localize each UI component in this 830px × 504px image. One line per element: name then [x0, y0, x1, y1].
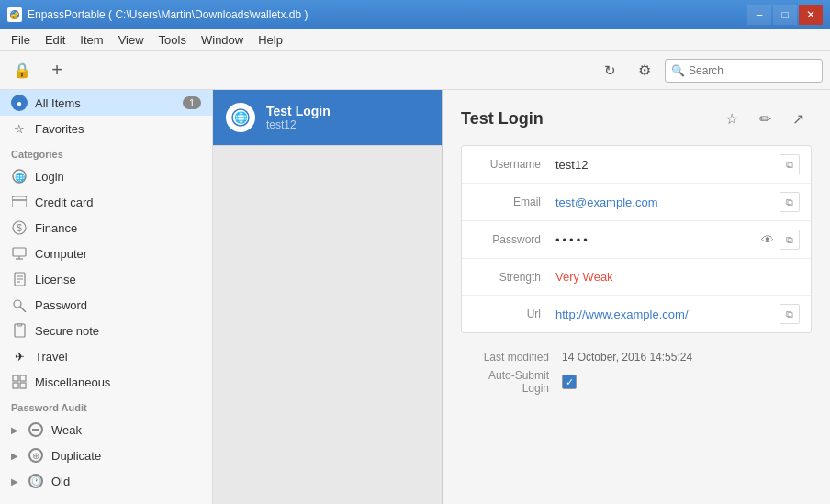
sidebar-item-favorites[interactable]: ☆ Favorites [0, 116, 212, 141]
svg-rect-19 [13, 375, 18, 381]
content-area: 🌐 Test Login test12 Test Login ☆ ✏ [213, 90, 830, 504]
star-icon: ☆ [725, 110, 738, 128]
sidebar-inner: ● All Items 1 ☆ Favorites Categories 🌐 L… [0, 90, 212, 504]
all-items-label: All Items [35, 96, 175, 110]
sidebar-item-password[interactable]: Password [0, 292, 212, 318]
sidebar-item-travel[interactable]: ✈ Travel [0, 343, 212, 369]
item-card-info: Test Login test12 [266, 104, 431, 131]
sidebar-item-weak[interactable]: ▶ Weak [0, 417, 212, 442]
creditcard-icon [11, 194, 28, 210]
reveal-password-button[interactable]: 👁 [761, 232, 774, 247]
title-bar-left: 🔐 EnpassPortable ( C:\Users\Martin\Downl… [7, 7, 308, 22]
travel-label: Travel [35, 350, 201, 364]
password-actions: 👁 ⧉ [761, 230, 800, 250]
copy-email-button[interactable]: ⧉ [780, 192, 800, 212]
search-box: 🔍 [665, 59, 823, 83]
menu-file[interactable]: File [4, 31, 38, 49]
categories-header: Categories [0, 141, 212, 163]
item-icon: 🌐 [224, 101, 257, 134]
sidebar-item-login[interactable]: 🌐 Login [0, 163, 212, 189]
travel-icon: ✈ [11, 348, 28, 364]
add-button[interactable]: + [42, 56, 72, 85]
title-bar-controls: – □ ✕ [747, 5, 823, 25]
search-icon: 🔍 [671, 64, 685, 77]
computer-label: Computer [35, 247, 201, 261]
lock-icon: 🔒 [13, 62, 31, 79]
svg-rect-20 [20, 375, 26, 381]
svg-rect-22 [20, 383, 26, 388]
detail-actions: ☆ ✏ ↗ [718, 105, 812, 132]
maximize-button[interactable]: □ [773, 5, 797, 25]
sidebar-item-finance[interactable]: $ Finance [0, 215, 212, 241]
auto-submit-label: Auto-Submit Login [461, 369, 562, 395]
sidebar-item-all[interactable]: ● All Items 1 [0, 90, 212, 116]
menu-tools[interactable]: Tools [151, 31, 194, 49]
sidebar-item-computer[interactable]: Computer [0, 241, 212, 266]
license-label: License [35, 273, 201, 286]
auto-submit-checkbox[interactable]: ✓ [562, 375, 577, 389]
menu-view[interactable]: View [111, 31, 151, 49]
svg-rect-21 [13, 383, 18, 388]
title-bar: 🔐 EnpassPortable ( C:\Users\Martin\Downl… [0, 0, 830, 29]
copy-username-button[interactable]: ⧉ [780, 154, 800, 174]
url-label: Url [473, 308, 555, 320]
detail-panel: Test Login ☆ ✏ ↗ Username [443, 90, 830, 504]
username-value: test12 [555, 158, 780, 172]
refresh-button[interactable]: ↻ [595, 56, 624, 85]
audit-header: Password Audit [0, 395, 212, 417]
share-button[interactable]: ↗ [784, 105, 812, 132]
copy-password-button[interactable]: ⧉ [780, 230, 800, 250]
all-items-count: 1 [183, 96, 201, 109]
share-icon: ↗ [792, 110, 804, 128]
misc-label: Miscellaneous [35, 375, 201, 389]
edit-button[interactable]: ✏ [751, 105, 779, 132]
all-items-icon: ● [11, 95, 28, 111]
star-button[interactable]: ☆ [718, 105, 746, 132]
favorites-icon: ☆ [11, 120, 28, 137]
email-actions: ⧉ [780, 192, 800, 212]
duplicate-label: Duplicate [51, 449, 101, 463]
copy-url-button[interactable]: ⧉ [780, 304, 800, 324]
sidebar-item-old[interactable]: ▶ 🕐 Old [0, 468, 212, 494]
close-button[interactable]: ✕ [799, 5, 823, 25]
refresh-icon: ↻ [604, 62, 616, 79]
license-icon [11, 271, 28, 287]
menu-item[interactable]: Item [73, 31, 110, 49]
username-actions: ⧉ [780, 154, 800, 174]
password-field-label: Password [473, 233, 555, 246]
svg-text:$: $ [17, 223, 22, 233]
sidebar-item-duplicate[interactable]: ▶ ⊕ Duplicate [0, 442, 212, 468]
fields-table: Username test12 ⧉ Email test@example.com [461, 145, 812, 333]
email-link[interactable]: test@example.com [555, 196, 657, 209]
url-value: http://www.example.com/ [555, 308, 780, 321]
edit-icon: ✏ [759, 110, 771, 128]
url-link[interactable]: http://www.example.com/ [555, 308, 689, 321]
menu-window[interactable]: Window [194, 31, 251, 49]
svg-line-16 [20, 307, 26, 312]
window-title: EnpassPortable ( C:\Users\Martin\Downloa… [28, 8, 308, 21]
strength-value: Very Weak [555, 270, 800, 284]
sidebar-item-securenote[interactable]: Secure note [0, 318, 212, 343]
menu-help[interactable]: Help [251, 31, 290, 49]
settings-button[interactable]: ⚙ [630, 56, 659, 85]
field-row-password: Password ••••• 👁 ⧉ [462, 221, 811, 259]
securenote-icon [11, 322, 28, 339]
lock-button[interactable]: 🔒 [7, 56, 37, 85]
field-row-username: Username test12 ⧉ [462, 146, 811, 184]
old-icon: 🕐 [28, 473, 44, 489]
sidebar-item-creditcard[interactable]: Credit card [0, 189, 212, 215]
minimize-button[interactable]: – [747, 5, 771, 25]
search-input[interactable] [689, 64, 817, 77]
menu-edit[interactable]: Edit [38, 31, 73, 49]
expand-arrow-old: ▶ [11, 476, 18, 487]
item-card-test-login[interactable]: 🌐 Test Login test12 [213, 90, 442, 146]
favorites-label: Favorites [35, 122, 201, 136]
item-card-title: Test Login [266, 104, 431, 118]
sidebar-item-misc[interactable]: Miscellaneous [0, 369, 212, 395]
computer-icon [11, 245, 28, 262]
gear-icon: ⚙ [638, 62, 651, 79]
app-icon: 🔐 [7, 7, 22, 22]
strength-label: Strength [473, 271, 555, 284]
username-label: Username [473, 158, 555, 171]
sidebar-item-license[interactable]: License [0, 266, 212, 292]
